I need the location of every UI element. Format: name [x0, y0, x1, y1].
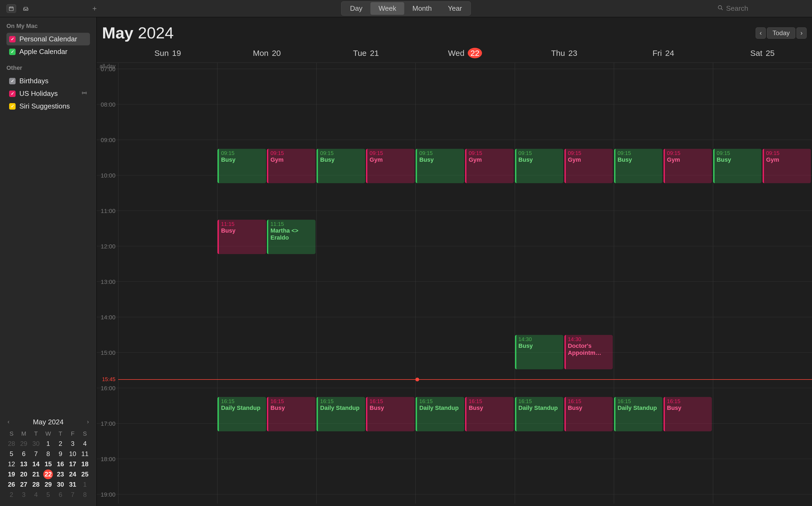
day-column[interactable]: 09:15Busy09:15Gym11:15Busy11:15Martha <>… — [217, 69, 316, 504]
inbox-button[interactable] — [21, 4, 30, 13]
event[interactable]: 09:15Busy — [416, 149, 464, 183]
event[interactable]: 16:15Busy — [267, 397, 315, 431]
day-header[interactable]: Thu 23 — [515, 46, 614, 63]
mini-cal-day[interactable]: 5 — [7, 449, 16, 459]
calendar-item-birthdays[interactable]: ✓ Birthdays — [6, 75, 90, 87]
mini-cal-day[interactable]: 17 — [68, 459, 78, 469]
mini-cal-day[interactable]: 7 — [31, 449, 41, 459]
checkbox-icon[interactable]: ✓ — [9, 78, 16, 84]
mini-cal-day[interactable]: 13 — [19, 459, 28, 469]
event[interactable]: 11:15Martha <> Eraldo — [267, 220, 315, 254]
mini-cal-day[interactable]: 30 — [31, 439, 41, 448]
checkbox-icon[interactable]: ✓ — [9, 49, 16, 55]
checkbox-icon[interactable]: ✓ — [9, 36, 16, 43]
mini-cal-day[interactable]: 8 — [80, 490, 90, 500]
day-column[interactable]: 09:15Busy09:15Gym16:15Daily Standup16:15… — [614, 69, 713, 504]
event[interactable]: 14:30Busy — [515, 335, 563, 369]
mini-cal-day[interactable]: 2 — [7, 490, 16, 500]
checkbox-icon[interactable]: ✓ — [9, 103, 16, 109]
event[interactable]: 16:15Busy — [663, 397, 712, 431]
mini-cal-day[interactable]: 18 — [80, 459, 90, 469]
event[interactable]: 09:15Busy — [515, 149, 563, 183]
mini-cal-day[interactable]: 26 — [7, 480, 16, 489]
prev-week-button[interactable]: ‹ — [755, 27, 766, 39]
mini-cal-day[interactable]: 29 — [43, 480, 53, 489]
calendar-item-apple[interactable]: ✓ Apple Calendar — [6, 46, 90, 58]
day-column[interactable]: 09:15Busy09:15Gym — [713, 69, 812, 504]
mini-cal-day[interactable]: 8 — [43, 449, 53, 459]
mini-cal-day[interactable]: 7 — [68, 490, 78, 500]
day-header[interactable]: Wed 22 — [416, 46, 515, 63]
calendar-item-personal[interactable]: ✓ Personal Calendar — [6, 33, 90, 46]
mini-cal-day[interactable]: 27 — [19, 480, 28, 489]
mini-cal-day[interactable]: 4 — [31, 490, 41, 500]
day-header[interactable]: Tue 21 — [316, 46, 416, 63]
view-day[interactable]: Day — [342, 2, 370, 15]
mini-cal-prev[interactable]: ‹ — [5, 417, 12, 426]
mini-cal-day[interactable]: 22 — [43, 470, 53, 479]
event[interactable]: 16:15Busy — [465, 397, 514, 431]
event[interactable]: 11:15Busy — [217, 220, 266, 254]
today-button[interactable]: Today — [767, 27, 795, 39]
mini-cal-day[interactable]: 15 — [43, 459, 53, 469]
day-column[interactable]: 09:15Busy09:15Gym16:15Daily Standup16:15… — [416, 69, 515, 504]
mini-cal-day[interactable]: 16 — [56, 459, 65, 469]
day-column[interactable] — [118, 69, 217, 504]
day-header[interactable]: Mon 20 — [217, 46, 316, 63]
mini-cal-day[interactable]: 25 — [80, 470, 90, 479]
event[interactable]: 16:15Daily Standup — [416, 397, 464, 431]
view-year[interactable]: Year — [440, 2, 470, 15]
event[interactable]: 09:15Gym — [366, 149, 414, 183]
search-input[interactable] — [726, 4, 807, 13]
event[interactable]: 16:15Daily Standup — [217, 397, 266, 431]
event[interactable]: 09:15Busy — [713, 149, 761, 183]
mini-cal-day[interactable]: 5 — [43, 490, 53, 500]
mini-cal-day[interactable]: 12 — [7, 459, 16, 469]
mini-cal-day[interactable]: 28 — [7, 439, 16, 448]
event[interactable]: 09:15Gym — [564, 149, 613, 183]
event[interactable]: 16:15Daily Standup — [515, 397, 563, 431]
day-column[interactable]: 09:15Busy09:15Gym16:15Daily Standup16:15… — [316, 69, 416, 504]
mini-cal-day[interactable]: 9 — [56, 449, 65, 459]
mini-cal-day[interactable]: 1 — [80, 480, 90, 489]
calendars-button[interactable] — [6, 4, 16, 13]
mini-cal-day[interactable]: 29 — [19, 439, 28, 448]
event[interactable]: 09:15Gym — [762, 149, 811, 183]
event[interactable]: 14:30Doctor's Appointm… — [564, 335, 613, 369]
mini-cal-day[interactable]: 23 — [56, 470, 65, 479]
event[interactable]: 16:15Daily Standup — [317, 397, 365, 431]
day-header[interactable]: Fri 24 — [614, 46, 713, 63]
view-week[interactable]: Week — [371, 2, 404, 15]
day-column[interactable]: 09:15Busy09:15Gym14:30Busy14:30Doctor's … — [515, 69, 614, 504]
mini-cal-day[interactable]: 4 — [80, 439, 90, 448]
mini-cal-next[interactable]: › — [85, 417, 91, 426]
event[interactable]: 09:15Busy — [217, 149, 266, 183]
mini-cal-day[interactable]: 19 — [7, 470, 16, 479]
mini-cal-day[interactable]: 21 — [31, 470, 41, 479]
event[interactable]: 09:15Busy — [614, 149, 662, 183]
next-week-button[interactable]: › — [796, 27, 807, 39]
event[interactable]: 09:15Gym — [465, 149, 514, 183]
event[interactable]: 16:15Busy — [366, 397, 414, 431]
mini-cal-day[interactable]: 11 — [80, 449, 90, 459]
mini-cal-day[interactable]: 28 — [31, 480, 41, 489]
mini-cal-day[interactable]: 6 — [56, 490, 65, 500]
view-month[interactable]: Month — [404, 2, 440, 15]
search-field[interactable] — [717, 4, 807, 13]
mini-cal-day[interactable]: 2 — [56, 439, 65, 448]
mini-cal-day[interactable]: 24 — [68, 470, 78, 479]
day-header[interactable]: Sun 19 — [118, 46, 217, 63]
mini-cal-day[interactable]: 3 — [19, 490, 28, 500]
mini-cal-day[interactable]: 1 — [43, 439, 53, 448]
checkbox-icon[interactable]: ✓ — [9, 90, 16, 97]
calendar-item-siri[interactable]: ✓ Siri Suggestions — [6, 100, 90, 112]
event[interactable]: 16:15Busy — [564, 397, 613, 431]
event[interactable]: 09:15Gym — [267, 149, 315, 183]
event[interactable]: 09:15Gym — [663, 149, 712, 183]
calendar-item-usholidays[interactable]: ✓ US Holidays — [6, 87, 90, 100]
event[interactable]: 09:15Busy — [317, 149, 365, 183]
mini-cal-day[interactable]: 30 — [56, 480, 65, 489]
mini-cal-day[interactable]: 31 — [68, 480, 78, 489]
event[interactable]: 16:15Daily Standup — [614, 397, 662, 431]
day-header[interactable]: Sat 25 — [713, 46, 812, 63]
